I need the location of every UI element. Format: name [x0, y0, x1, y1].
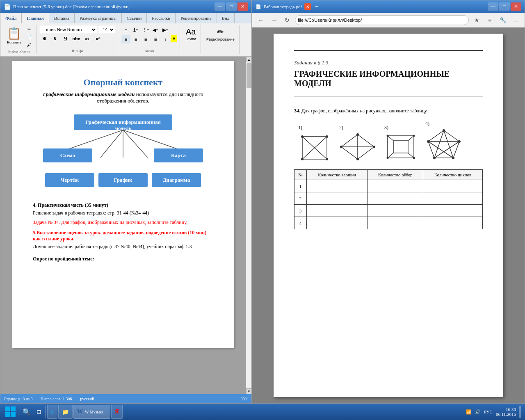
section5-body: Домашнее задание: рабочая тетрадь (с 37 … [33, 244, 213, 250]
pdf-nav: ← → ↻ ★ ≡ 🔧 … [252, 13, 525, 27]
tab-insert[interactable]: Вставка [49, 13, 75, 23]
ribbon: Файл Главная Вставка Разметка страницы С… [0, 13, 251, 57]
format-painter-button[interactable]: 🖌 [25, 41, 34, 48]
pdf-tab-close[interactable]: ✕ [304, 3, 311, 10]
start-button[interactable] [0, 404, 21, 420]
word-maximize-button[interactable]: □ [226, 2, 237, 11]
section4-task: Задача № 34. Для графов, изображённых на… [33, 219, 213, 226]
increase-indent-button[interactable]: ▶≡ [161, 26, 170, 34]
tab-review[interactable]: Рецензирование [176, 13, 217, 23]
address-bar[interactable] [295, 15, 469, 25]
word-page: Опорный конспект Графические информацион… [12, 61, 234, 348]
word-scrollbar[interactable]: ▲ ▼ [246, 57, 251, 394]
scroll-up-button[interactable]: ▲ [246, 57, 251, 62]
italic-button[interactable]: К [50, 34, 59, 43]
pdf-maximize-button[interactable]: □ [499, 2, 510, 11]
search-button[interactable]: 🔍 [21, 406, 33, 418]
word-close-button[interactable]: ✕ [237, 2, 248, 11]
subscript-button[interactable]: x₂ [82, 34, 91, 43]
line-spacing-button[interactable]: ↕ [161, 35, 170, 43]
row4-e [368, 217, 423, 229]
align-center-button[interactable]: ≡ [131, 35, 140, 43]
multilevel-list-button[interactable]: ⋮≡ [141, 26, 150, 34]
taskbar-item-yandex[interactable]: Я [111, 405, 123, 419]
pdf-window: 📄 Рабочая тетрадь.pdf ✕ + — □ ✕ ← → ↻ ★ … [252, 0, 525, 404]
word-document[interactable]: Опорный конспект Графические информацион… [0, 57, 246, 394]
numbering-button[interactable]: 1≡ [131, 26, 140, 34]
pdf-close-button[interactable]: ✕ [511, 2, 521, 11]
svg-point-39 [413, 135, 415, 137]
copy-button[interactable]: 📄 [25, 34, 34, 41]
scroll-down-button[interactable]: ▼ [246, 388, 251, 394]
graph-2 [339, 132, 376, 161]
tools-button[interactable]: 🔧 [498, 15, 508, 25]
tab-mailings[interactable]: Рассылки [147, 13, 176, 23]
svg-text:График: График [114, 177, 132, 183]
svg-point-23 [301, 158, 304, 160]
status-page: Страница: 8 из 8 [4, 397, 33, 401]
task-view-button[interactable]: ⊟ [33, 406, 45, 418]
strikethrough-button[interactable]: abe [72, 34, 81, 43]
ribbon-group-paragraph: ≡ 1≡ ⋮≡ ◀≡ ▶≡ ≡ ≡ ≡ ≡ ↕ A [119, 25, 180, 54]
back-button[interactable]: ← [256, 15, 266, 25]
svg-text:Графическая информационная: Графическая информационная [85, 119, 161, 125]
styles-button[interactable]: Aa Стили [183, 26, 198, 42]
status-words: Число слов: 1 306 [41, 397, 72, 401]
tab-file[interactable]: Файл [0, 13, 22, 23]
scroll-track[interactable] [246, 62, 251, 388]
system-tray: 📶 🔊 РУС 16:30 06.11.2016 [462, 406, 525, 418]
font-selector[interactable]: Times New Roman [40, 26, 97, 33]
doc-area: Опорный конспект Графические информацион… [0, 57, 251, 394]
favorite-button[interactable]: ★ [471, 15, 482, 25]
underline-button[interactable]: Ч [61, 34, 70, 43]
svg-point-50 [452, 157, 454, 159]
table-row: 2 [294, 192, 483, 205]
forward-button[interactable]: → [269, 15, 279, 25]
cut-button[interactable]: ✂ [25, 26, 34, 33]
pdf-content[interactable]: Задания к § 1.3 ГРАФИЧЕСКИЕ ИНФОРМАЦИОНН… [252, 27, 525, 403]
bold-button[interactable]: Ж [40, 34, 49, 43]
word-minimize-button[interactable]: — [215, 2, 225, 11]
taskbar-item-word[interactable]: W W Музыка... [73, 405, 110, 419]
menu-button[interactable]: ≡ [484, 15, 495, 25]
graph-4 [425, 128, 462, 161]
section4-header: 4. Практическая часть (35 минут) [33, 202, 213, 208]
tab-page-layout[interactable]: Разметка страницы [75, 13, 122, 23]
tab-references[interactable]: Ссылки [122, 13, 147, 23]
pdf-section-title: Задания к § 1.3 [294, 59, 483, 66]
svg-line-36 [388, 153, 393, 158]
justify-button[interactable]: ≡ [151, 35, 160, 43]
pdf-new-tab[interactable]: + [315, 3, 319, 10]
graph-2-label: 2) [339, 125, 343, 131]
more-button[interactable]: … [511, 15, 521, 25]
align-right-button[interactable]: ≡ [141, 35, 150, 43]
align-left-button[interactable]: ≡ [121, 35, 130, 43]
decrease-indent-button[interactable]: ◀≡ [151, 26, 160, 34]
tab-view[interactable]: Вид [217, 13, 235, 23]
svg-point-51 [433, 157, 436, 159]
taskbar: 🔍 ⊟ e 📁 W W Музыка... Я 📶 🔊 РУС 16:30 0 [0, 404, 525, 420]
tab-home[interactable]: Главная [22, 13, 49, 23]
taskbar-item-ie[interactable]: e [47, 405, 57, 419]
pdf-minimize-button[interactable]: — [488, 2, 498, 11]
svg-point-31 [340, 146, 342, 148]
graphs-row: 1) 2) [294, 121, 483, 161]
editing-button[interactable]: ✏ Редактирование [204, 26, 237, 43]
paste-button[interactable]: 📋 Вставить [5, 26, 24, 45]
show-desktop-button[interactable] [519, 406, 521, 418]
taskbar-item-explorer[interactable]: 📁 [58, 405, 73, 419]
pdf-top-line [294, 50, 483, 51]
scroll-thumb[interactable] [247, 63, 251, 88]
font-size-selector[interactable]: 14 [99, 26, 115, 33]
refresh-button[interactable]: ↻ [282, 15, 292, 25]
superscript-button[interactable]: x² [93, 34, 102, 43]
svg-point-48 [443, 129, 445, 132]
bullets-button[interactable]: ≡ [121, 26, 130, 34]
word-icon: 📄 [4, 3, 11, 10]
taskbar-clock[interactable]: 16:30 06.11.2016 [496, 407, 516, 417]
svg-line-44 [434, 130, 444, 158]
graph-3-label: 3) [384, 125, 388, 131]
shading-button[interactable]: A [171, 35, 177, 42]
table-header-num: № [294, 170, 307, 180]
pdf-separator [294, 96, 483, 97]
